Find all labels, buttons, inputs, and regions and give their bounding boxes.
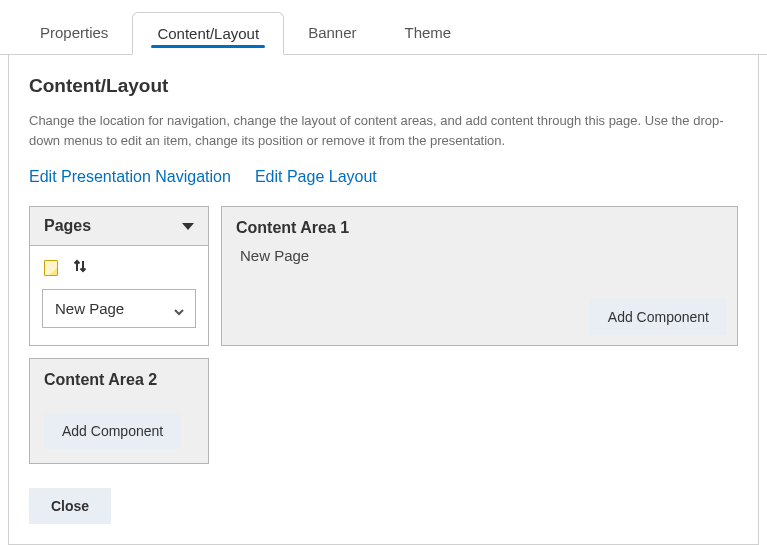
pages-title: Pages [44,217,91,235]
content-area-2-title: Content Area 2 [44,371,194,389]
close-button[interactable]: Close [29,488,111,524]
pages-panel: Pages New Page [29,206,209,346]
add-component-button-2[interactable]: Add Component [44,413,181,449]
new-page-icon[interactable] [44,260,58,276]
tab-theme[interactable]: Theme [381,12,476,54]
chevron-down-icon [173,304,183,314]
edit-presentation-navigation-link[interactable]: Edit Presentation Navigation [29,168,231,186]
pages-header[interactable]: Pages [30,207,208,246]
tab-bar: Properties Content/Layout Banner Theme [0,0,767,55]
section-title: Content/Layout [29,75,738,97]
add-component-button-1[interactable]: Add Component [590,299,727,335]
tab-content-layout[interactable]: Content/Layout [132,12,284,55]
content-area-2: Content Area 2 Add Component [29,358,209,464]
content-area-1-body: New Page [236,247,723,264]
pages-toolbar [30,246,208,289]
action-links: Edit Presentation Navigation Edit Page L… [29,168,738,186]
edit-page-layout-link[interactable]: Edit Page Layout [255,168,377,186]
reorder-icon[interactable] [72,258,88,277]
page-select-value: New Page [55,300,124,317]
section-description: Change the location for navigation, chan… [29,111,729,150]
caret-down-icon [182,223,194,230]
tab-banner[interactable]: Banner [284,12,380,54]
tab-properties[interactable]: Properties [16,12,132,54]
content-area-1-title: Content Area 1 [236,219,723,237]
content-area-1: Content Area 1 New Page Add Component [221,206,738,346]
content-layout-panel: Content/Layout Change the location for n… [8,55,759,545]
page-select[interactable]: New Page [42,289,196,328]
